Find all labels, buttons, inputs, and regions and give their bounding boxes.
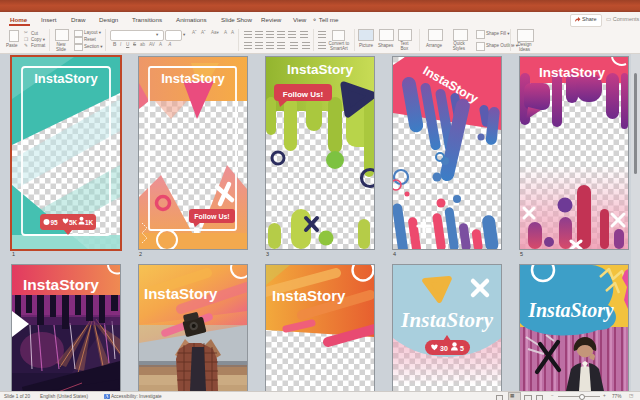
svg-text:Follow Us!: Follow Us!: [283, 90, 323, 99]
svg-text:InstaStory: InstaStory: [527, 299, 614, 322]
svg-text:InstaStory: InstaStory: [287, 62, 354, 77]
svg-text:InstaStory: InstaStory: [161, 71, 225, 86]
svg-text:InstaStory: InstaStory: [539, 65, 606, 80]
svg-text:Follow Us!: Follow Us!: [194, 213, 229, 220]
svg-text:5: 5: [460, 345, 464, 352]
svg-text:InstaStory: InstaStory: [23, 276, 99, 293]
svg-text:InstaStory: InstaStory: [272, 287, 346, 304]
svg-text:30: 30: [440, 345, 448, 352]
svg-text:InstaStory: InstaStory: [400, 308, 494, 332]
svg-text:InstaStory: InstaStory: [144, 285, 218, 302]
